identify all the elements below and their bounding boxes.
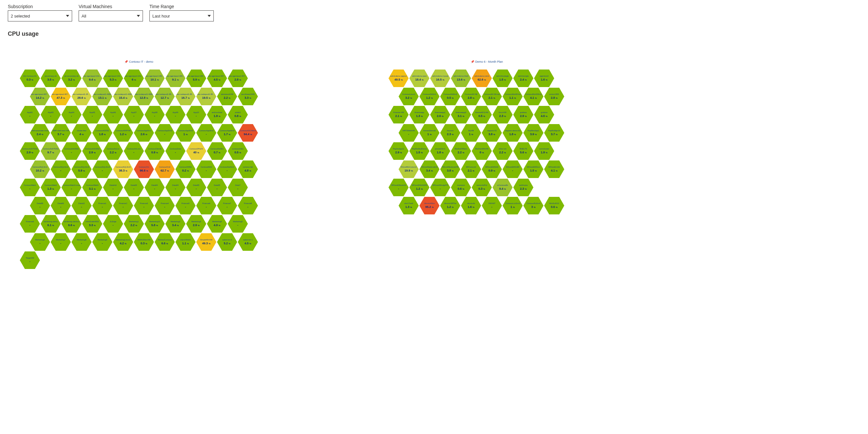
hex-cell[interactable]: ContosoAzLnx2.2 % bbox=[103, 142, 123, 160]
hex-cell[interactable]: ContosoSQLSrv110.2 % bbox=[30, 160, 50, 178]
hex-cell[interactable]: ContosoAzDTDS12.9 % bbox=[20, 142, 40, 160]
hex-cell[interactable]: ContosoLnxSrv31 % bbox=[502, 197, 523, 214]
hex-cell[interactable]: admindemo-rhel113.6 % bbox=[451, 69, 471, 87]
hex-cell[interactable]: App06- bbox=[103, 106, 123, 123]
hex-cell[interactable]: wetvm4sPol0.3 % bbox=[472, 179, 492, 196]
hex-cell[interactable]: SRCoreu122.1 % bbox=[461, 160, 481, 178]
hex-cell[interactable]: Marketing12.2 % bbox=[124, 215, 144, 232]
hex-cell[interactable]: UbuntuWkm95.2 % bbox=[420, 197, 439, 214]
hex-cell[interactable]: ContosoADDS11.8 % bbox=[92, 124, 113, 142]
hex-cell[interactable]: Marketing23.4 % bbox=[165, 215, 185, 232]
hex-cell[interactable]: Data05- bbox=[186, 179, 206, 196]
hex-cell[interactable]: Marketing44.9 % bbox=[207, 215, 227, 232]
hex-cell[interactable]: grafana4.6 % bbox=[534, 106, 554, 123]
filter-vms-select[interactable]: All bbox=[79, 10, 143, 22]
hex-cell[interactable]: Finance8- bbox=[238, 197, 258, 214]
hex-cell[interactable]: ContosoAppSrv2- bbox=[196, 124, 216, 142]
hex-cell[interactable]: ContosoAppSrv31.7 % bbox=[217, 124, 237, 142]
hex-cell[interactable]: App10- bbox=[186, 106, 206, 123]
hex-cell[interactable]: S01wsEMS180- bbox=[502, 160, 523, 178]
hex-cell[interactable]: akinetworkVM2.2 % bbox=[217, 88, 237, 105]
hex-cell[interactable]: ContosoAppSrv31 % bbox=[176, 124, 195, 142]
hex-cell[interactable]: ContosoW-VM-rec2.1 % bbox=[482, 88, 502, 105]
hex-cell[interactable]: admindemo-mysql16.5 % bbox=[430, 69, 450, 87]
hex-cell[interactable]: SR1wsEMS1m1.5 % bbox=[523, 160, 544, 178]
hex-cell[interactable]: aks-agentpool-189409.1 % bbox=[165, 69, 185, 87]
hex-cell[interactable]: MarketingLinux14.2 % bbox=[113, 233, 133, 251]
hex-cell[interactable]: Finance-VM2.1 % bbox=[389, 106, 409, 123]
hex-cell[interactable]: aks-agentpool-1482010.1 % bbox=[145, 69, 165, 87]
hex-cell[interactable]: Redhat75Serv2.2 % bbox=[451, 142, 471, 160]
hex-cell[interactable]: ContosoAzDTDS19.7 % bbox=[41, 142, 61, 160]
hex-cell[interactable]: financeapp23.1 % bbox=[451, 106, 471, 123]
hex-cell[interactable]: techhosta2.3 % bbox=[513, 179, 533, 196]
hex-cell[interactable]: grafana2.9 % bbox=[513, 106, 533, 123]
hex-cell[interactable]: Data09- bbox=[51, 197, 71, 214]
hex-cell[interactable]: humanDemo61 % bbox=[420, 124, 439, 142]
hex-cell[interactable]: Marketing5- bbox=[228, 215, 248, 232]
hex-cell[interactable]: aks-nodepool1-428115.4 % bbox=[113, 88, 133, 105]
hex-cell[interactable]: App04- bbox=[61, 106, 82, 123]
hex-cell[interactable]: ContosoNetSrv0.7 % bbox=[207, 142, 227, 160]
hex-cell[interactable]: aks-nodepool1-8530619.5 % bbox=[196, 88, 216, 105]
filter-timerange-select[interactable]: Last hour bbox=[149, 10, 214, 22]
hex-cell[interactable]: Data05- bbox=[207, 179, 227, 196]
hex-cell[interactable]: monetvm0.6 % bbox=[451, 179, 471, 196]
hex-cell[interactable]: ContosoSQLSrv4- bbox=[92, 160, 113, 178]
hex-cell[interactable]: RHurelMsCoreu1219.9 % bbox=[399, 160, 419, 178]
hex-cell[interactable]: aks-agentpool-407192.8 % bbox=[228, 69, 248, 87]
hex-cell[interactable]: Data04- bbox=[165, 179, 185, 196]
hex-cell[interactable]: InfraScaleWSS3.3 % bbox=[82, 215, 102, 232]
hex-cell[interactable]: RetiredContoso6.6 % bbox=[155, 233, 175, 251]
hex-cell[interactable]: SR1wsEWcll16591.2 % bbox=[409, 179, 430, 196]
hex-cell[interactable]: PayRoMedDemo1.5 % bbox=[409, 142, 430, 160]
hex-cell[interactable]: financeEOLVM0.5 % bbox=[472, 106, 492, 123]
hex-cell[interactable]: contoso-lab4.8 % bbox=[238, 160, 258, 178]
hex-cell[interactable]: SR1wsE3bcds19- bbox=[389, 179, 409, 196]
hex-cell[interactable]: ubuntu4s1.6 % bbox=[461, 197, 481, 214]
hex-cell[interactable]: JLEdge- bbox=[103, 215, 123, 232]
hex-cell[interactable]: aks-nodepool1-2549628.6 % bbox=[71, 88, 92, 105]
hex-cell[interactable]: nagios1-013.8 % bbox=[482, 124, 502, 142]
hex-cell[interactable]: sriprioWeb01.1 % bbox=[176, 233, 195, 251]
hex-cell[interactable]: anortheastVM33.3 % bbox=[238, 88, 258, 105]
hex-cell[interactable]: aks-agentpool-4071914.2 % bbox=[30, 88, 50, 105]
hex-cell[interactable]: ContosoAppSrv2- bbox=[155, 124, 175, 142]
hex-cell[interactable]: App05- bbox=[82, 106, 102, 123]
hex-cell[interactable]: Marketing8- bbox=[71, 233, 92, 251]
hex-cell[interactable]: focusVM2.3 % bbox=[493, 106, 513, 123]
cluster-title[interactable]: 📌Demo 6 - Month Plan bbox=[471, 60, 503, 63]
hex-cell[interactable]: UbuntuSRThe1.2 % bbox=[440, 197, 460, 214]
hex-cell[interactable]: AA-Contoso-010.3 % bbox=[20, 69, 40, 87]
hex-cell[interactable]: ContosoClient60.9 % bbox=[145, 142, 165, 160]
hex-cell[interactable]: nagserv-demo-011.8 % bbox=[502, 124, 523, 142]
hex-cell[interactable]: aks-nodepool1-8530612.7 % bbox=[155, 88, 175, 105]
hex-cell[interactable]: sqlserver-14.5 % bbox=[238, 233, 258, 251]
hex-cell[interactable]: RedhanWrkVM0 % bbox=[472, 142, 492, 160]
hex-cell[interactable]: ContosoMcN- bbox=[196, 160, 216, 178]
hex-cell[interactable]: Marketing32.9 % bbox=[186, 215, 206, 232]
hex-cell[interactable]: prewebSrv11.8 % bbox=[430, 142, 450, 160]
hex-cell[interactable]: ContosoData- bbox=[165, 142, 185, 160]
hex-cell[interactable]: aks-nodepool1-428112.8 % bbox=[134, 88, 154, 105]
hex-cell[interactable]: admindemo-east18.4 % bbox=[409, 69, 430, 87]
hex-cell[interactable]: ContosoAzLnx1- bbox=[124, 142, 144, 160]
hex-cell[interactable]: erstvs19532.8 % bbox=[544, 88, 564, 105]
hex-cell[interactable]: ContosoAppSrv12.6 % bbox=[134, 124, 154, 142]
hex-cell[interactable]: ContosoSQLSrv35.9 % bbox=[71, 160, 92, 178]
hex-cell[interactable]: archsvchost1.9 % bbox=[207, 106, 227, 123]
hex-cell[interactable]: hardening-devbox6.6 % bbox=[61, 215, 82, 232]
hex-cell[interactable]: financeapp1.3 % bbox=[409, 106, 430, 123]
hex-cell[interactable]: ContosoAINPVM1.2 % bbox=[113, 124, 133, 142]
hex-cell[interactable]: aks-agentpool-141276 % bbox=[124, 69, 144, 87]
cluster-title[interactable]: 📌Contoso IT - demo bbox=[124, 60, 153, 63]
hex-cell[interactable]: ContosoWeb1- bbox=[20, 179, 40, 196]
hex-cell[interactable]: Data7- bbox=[228, 179, 248, 196]
hex-cell[interactable]: MMAGMonVM0.3 % bbox=[134, 233, 154, 251]
hex-cell[interactable]: Finance1- bbox=[92, 197, 113, 214]
hex-cell[interactable]: admindemo-win162.6 % bbox=[472, 69, 492, 87]
hex-cell[interactable]: ContosoAzDSS2- bbox=[61, 142, 82, 160]
hex-cell[interactable]: ContosoVm96.6 % bbox=[134, 160, 154, 178]
hex-cell[interactable]: PayAsApp112.9 % bbox=[389, 142, 409, 160]
hex-cell[interactable]: WinSv20120.6 % bbox=[544, 197, 564, 214]
